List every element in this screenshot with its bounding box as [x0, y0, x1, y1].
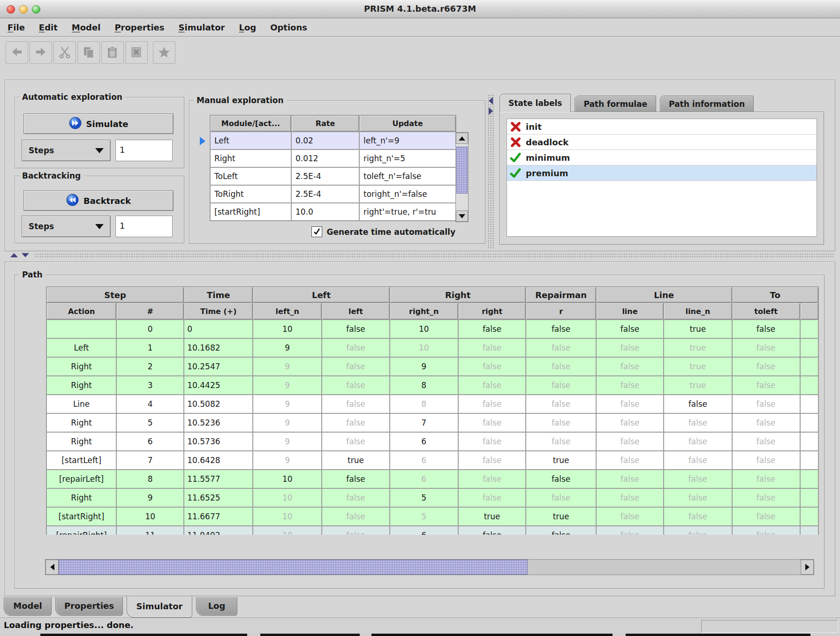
horizontal-splitter[interactable]	[5, 250, 834, 261]
path-row[interactable]: Line410.50829false8falsefalsefalsefalsef…	[47, 395, 818, 413]
path-cell-step: 6	[117, 433, 183, 450]
tab-properties[interactable]: Properties	[55, 597, 123, 616]
path-col-header[interactable]: toleft	[733, 303, 800, 319]
generate-time-checkbox[interactable]	[311, 226, 322, 237]
path-col-header[interactable]: line	[597, 303, 663, 319]
backtrack-button[interactable]: Backtrack	[23, 190, 174, 211]
path-row[interactable]: 0010false10falsefalsefalsetruefalse	[47, 320, 818, 338]
menu-properties[interactable]: Properties	[114, 22, 164, 32]
delete-button[interactable]	[125, 41, 148, 64]
vertical-splitter[interactable]	[487, 94, 495, 249]
copy-button[interactable]	[77, 41, 100, 64]
manual-row[interactable]: [startRight]10.0right'=true, r'=tru	[211, 203, 455, 220]
path-row[interactable]: Right210.25479false9falsefalsefalsetruef…	[47, 358, 818, 375]
scrollbar-thumb[interactable]	[59, 560, 528, 575]
manual-col-rate[interactable]: Rate	[292, 116, 359, 131]
manual-row[interactable]: ToRight2.5E-4toright_n'=false	[211, 186, 455, 202]
path-col-header[interactable]: line_n	[664, 303, 731, 319]
path-row[interactable]: Right610.57369false6falsefalsefalsefalse…	[47, 433, 818, 450]
manual-row[interactable]: Right0.012right_n'=5	[211, 150, 455, 167]
auto-steps-input[interactable]: 1	[115, 140, 173, 161]
path-cell: false	[322, 395, 389, 413]
path-cell: false	[526, 395, 595, 413]
state-label-row[interactable]: init	[507, 119, 817, 135]
state-label-row[interactable]: premium	[507, 165, 817, 181]
path-col-header[interactable]: Action	[47, 303, 116, 319]
path-row[interactable]: Left110.16829false10falsefalsefalsetruef…	[47, 339, 818, 357]
path-cell: 7	[390, 414, 458, 432]
collapse-down-icon[interactable]	[22, 253, 29, 257]
manual-cell-update: right_n'=5	[360, 150, 455, 167]
scroll-right-button[interactable]	[801, 560, 814, 575]
path-row[interactable]: Right911.652510false5falsefalsefalsefals…	[47, 489, 818, 507]
state-label-row[interactable]: deadlock	[507, 135, 817, 150]
manual-row[interactable]: ToLeft2.5E-4toleft_n'=false	[211, 168, 455, 185]
state-label-row[interactable]: minimum	[507, 150, 817, 165]
tab-model[interactable]: Model	[4, 597, 52, 616]
scroll-down-button[interactable]	[456, 210, 468, 222]
path-col-header[interactable]: #	[117, 303, 183, 319]
path-col-header[interactable]: Time (+)	[184, 303, 252, 319]
path-col-header[interactable]: r	[526, 303, 595, 319]
manual-col-module[interactable]: Module/[act...	[211, 116, 291, 131]
path-horizontal-scrollbar[interactable]	[45, 559, 814, 575]
path-cell-step: 5	[117, 414, 183, 432]
menu-file[interactable]: File	[8, 22, 25, 32]
path-col-header[interactable]: left_n	[253, 303, 321, 319]
path-cell: 10	[253, 470, 321, 488]
path-row[interactable]: [startRight]1011.667710false5truetruefal…	[47, 508, 818, 525]
path-cell-action: Line	[47, 395, 116, 413]
collapse-right-icon[interactable]	[489, 107, 493, 115]
auto-steps-combo-label: Steps	[29, 146, 54, 155]
path-cell-step: 9	[117, 489, 183, 507]
path-cell	[801, 433, 818, 450]
collapse-up-icon[interactable]	[10, 253, 18, 257]
menu-options[interactable]: Options	[270, 22, 307, 32]
path-cell: false	[733, 376, 800, 394]
tab-state-labels[interactable]: State labels	[499, 94, 571, 112]
path-row[interactable]: [repairLeft]811.557710false6falsefalsefa…	[47, 470, 818, 488]
path-col-header[interactable]: right_n	[390, 303, 458, 319]
tab-path-information[interactable]: Path information	[660, 96, 754, 112]
paste-button[interactable]	[101, 41, 124, 64]
backtrack-steps-combo[interactable]: Steps	[22, 216, 111, 237]
path-col-header[interactable]: right	[459, 303, 526, 319]
tab-path-formulae[interactable]: Path formulae	[575, 96, 656, 112]
scroll-up-button[interactable]	[456, 133, 468, 144]
manual-row[interactable]: Left0.02left_n'=9	[211, 132, 455, 149]
collapse-left-icon[interactable]	[489, 97, 493, 105]
cut-button[interactable]	[53, 41, 76, 64]
menu-edit[interactable]: Edit	[39, 22, 58, 32]
menu-model[interactable]: Model	[72, 22, 101, 32]
auto-steps-combo[interactable]: Steps	[22, 140, 111, 161]
scrollbar-thumb[interactable]	[456, 147, 468, 194]
path-cell: false	[664, 395, 731, 413]
path-cell: false	[733, 358, 800, 375]
scroll-left-button[interactable]	[45, 560, 59, 575]
path-col-header[interactable]: left	[322, 303, 389, 319]
path-cell: false	[322, 433, 389, 450]
paste-icon	[106, 45, 120, 60]
path-cell: 10	[253, 526, 321, 535]
manual-vertical-scrollbar[interactable]	[455, 132, 469, 222]
tab-simulator[interactable]: Simulator	[127, 596, 192, 618]
path-group-header: Left	[253, 287, 389, 302]
star-button[interactable]	[153, 41, 175, 64]
path-cell: false	[597, 339, 663, 357]
path-group-header: Time	[184, 287, 252, 302]
tab-log[interactable]: Log	[196, 597, 237, 616]
path-row[interactable]: [repairRight]1111.949210false6falsefalse…	[47, 526, 818, 535]
path-cell-action: [repairRight]	[47, 526, 116, 535]
path-cell: false	[597, 451, 663, 469]
back-button[interactable]	[6, 41, 28, 64]
forward-button[interactable]	[30, 41, 52, 64]
simulate-button[interactable]: Simulate	[23, 113, 174, 134]
path-row[interactable]: [startLeft]710.64289true6falsetruefalsef…	[47, 451, 818, 469]
menu-simulator[interactable]: Simulator	[179, 22, 225, 32]
path-row[interactable]: Right510.52369false7falsefalsefalsefalse…	[47, 414, 818, 432]
manual-col-update[interactable]: Update	[360, 116, 455, 131]
check-icon	[510, 167, 521, 179]
menu-log[interactable]: Log	[239, 22, 256, 32]
path-row[interactable]: Right310.44259false8falsefalsefalsetruef…	[47, 376, 818, 394]
backtrack-steps-input[interactable]: 1	[115, 216, 173, 237]
